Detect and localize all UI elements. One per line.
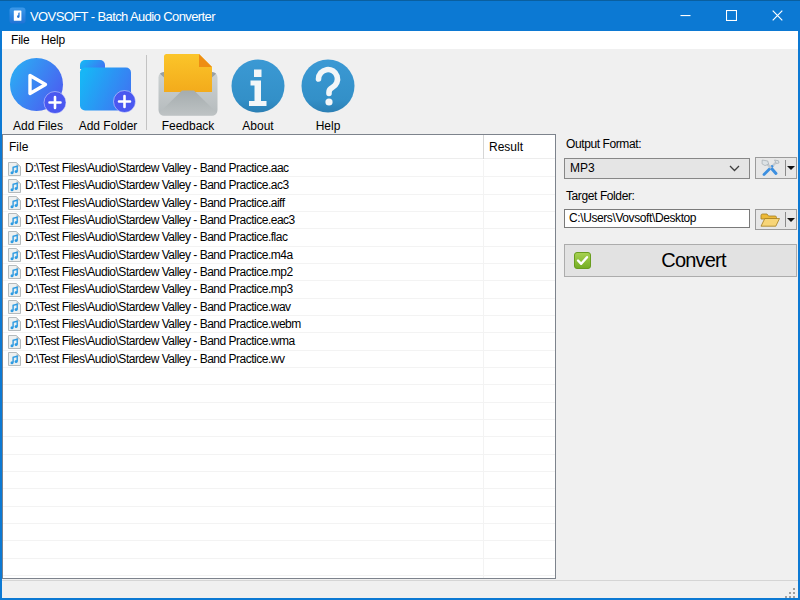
- empty-row: [3, 368, 555, 385]
- about-button[interactable]: About: [226, 53, 290, 133]
- close-icon: [772, 10, 783, 21]
- target-folder-input[interactable]: C:\Users\Vovsoft\Desktop: [564, 209, 750, 228]
- column-header-file[interactable]: File: [9, 135, 28, 159]
- help-question-icon: [301, 59, 355, 113]
- empty-row: [3, 559, 555, 576]
- audio-file-icon: [8, 196, 21, 210]
- audio-file-icon: [8, 265, 21, 279]
- table-row[interactable]: D:\Test Files\Audio\Stardew Valley - Ban…: [3, 264, 555, 281]
- output-format-label: Output Format:: [566, 137, 641, 151]
- table-row[interactable]: D:\Test Files\Audio\Stardew Valley - Ban…: [3, 351, 555, 368]
- table-row[interactable]: D:\Test Files\Audio\Stardew Valley - Ban…: [3, 229, 555, 246]
- feedback-button[interactable]: Feedback: [156, 53, 220, 133]
- maximize-button[interactable]: [708, 0, 754, 31]
- table-row[interactable]: D:\Test Files\Audio\Stardew Valley - Ban…: [3, 316, 555, 333]
- empty-row: [3, 420, 555, 437]
- browse-folder-button[interactable]: [755, 209, 797, 230]
- about-label: About: [226, 119, 290, 133]
- window-title: VOVSOFT - Batch Audio Converter: [30, 1, 215, 32]
- minimize-button[interactable]: [662, 0, 708, 31]
- window-border-left: [0, 31, 2, 600]
- empty-row: [3, 524, 555, 541]
- table-row[interactable]: D:\Test Files\Audio\Stardew Valley - Ban…: [3, 177, 555, 194]
- table-row[interactable]: D:\Test Files\Audio\Stardew Valley - Ban…: [3, 160, 555, 177]
- audio-file-icon: [8, 248, 21, 262]
- dropdown-arrow-icon: [787, 218, 795, 222]
- help-button[interactable]: Help: [296, 53, 360, 133]
- button-separator: [785, 160, 786, 176]
- table-row[interactable]: D:\Test Files\Audio\Stardew Valley - Ban…: [3, 281, 555, 298]
- file-list-header: File Result: [3, 135, 555, 159]
- dropdown-arrow-icon: [787, 166, 795, 170]
- menu-help[interactable]: Help: [34, 31, 72, 49]
- table-row[interactable]: D:\Test Files\Audio\Stardew Valley - Ban…: [3, 333, 555, 350]
- app-icon: [9, 7, 26, 24]
- audio-file-icon: [8, 179, 21, 193]
- table-row[interactable]: D:\Test Files\Audio\Stardew Valley - Ban…: [3, 212, 555, 229]
- help-label: Help: [296, 119, 360, 133]
- empty-row: [3, 455, 555, 472]
- toolbar: Add Files Add Folder: [2, 49, 798, 134]
- minimize-icon: [680, 10, 691, 21]
- empty-row: [3, 437, 555, 454]
- target-folder-label: Target Folder:: [566, 189, 634, 203]
- open-folder-icon: [760, 212, 780, 228]
- output-format-value: MP3: [570, 159, 595, 178]
- maximize-icon: [726, 10, 737, 21]
- add-folder-label: Add Folder: [75, 119, 141, 133]
- audio-file-icon: [8, 231, 21, 245]
- audio-file-icon: [8, 162, 21, 176]
- add-files-label: Add Files: [6, 119, 70, 133]
- file-list: File Result D:\Test Files\Audio\Stardew …: [2, 134, 556, 579]
- format-settings-button[interactable]: [755, 157, 797, 179]
- column-header-result[interactable]: Result: [489, 135, 523, 159]
- toolbar-separator: [146, 55, 147, 130]
- column-grid-line: [483, 160, 484, 578]
- audio-file-icon: [8, 335, 21, 349]
- add-folder-icon: [78, 57, 138, 114]
- empty-row: [3, 489, 555, 506]
- table-row[interactable]: D:\Test Files\Audio\Stardew Valley - Ban…: [3, 195, 555, 212]
- chevron-down-icon: [729, 165, 740, 172]
- app-window: VOVSOFT - Batch Audio Converter File Hel…: [0, 0, 800, 600]
- menu-file[interactable]: File: [4, 31, 37, 49]
- table-row[interactable]: D:\Test Files\Audio\Stardew Valley - Ban…: [3, 247, 555, 264]
- table-row[interactable]: D:\Test Files\Audio\Stardew Valley - Ban…: [3, 299, 555, 316]
- output-format-select[interactable]: MP3: [564, 158, 750, 179]
- add-folder-button[interactable]: Add Folder: [75, 53, 141, 133]
- audio-file-icon: [8, 317, 21, 331]
- audio-file-icon: [8, 352, 21, 366]
- green-checkbox-icon: [574, 252, 591, 269]
- audio-file-icon: [8, 300, 21, 314]
- file-list-rows: D:\Test Files\Audio\Stardew Valley - Ban…: [3, 160, 555, 578]
- empty-row: [3, 403, 555, 420]
- audio-file-icon: [8, 213, 21, 227]
- add-files-icon: [10, 57, 67, 114]
- button-separator: [785, 212, 786, 227]
- empty-row: [3, 541, 555, 558]
- settings-panel: Output Format: MP3 Target Folder: C:\Use…: [557, 134, 798, 580]
- convert-label: Convert: [591, 245, 796, 276]
- empty-row: [3, 472, 555, 489]
- about-info-icon: [231, 59, 285, 113]
- add-files-button[interactable]: Add Files: [6, 53, 70, 133]
- target-folder-value: C:\Users\Vovsoft\Desktop: [569, 210, 696, 227]
- close-button[interactable]: [754, 0, 800, 31]
- feedback-label: Feedback: [156, 119, 220, 133]
- column-divider[interactable]: [483, 135, 484, 159]
- empty-row: [3, 576, 555, 578]
- audio-file-icon: [8, 283, 21, 297]
- empty-row: [3, 385, 555, 402]
- status-bar: [2, 580, 798, 598]
- empty-row: [3, 507, 555, 524]
- title-bar[interactable]: VOVSOFT - Batch Audio Converter: [0, 0, 800, 31]
- tools-icon: [760, 159, 780, 177]
- convert-button[interactable]: Convert: [564, 244, 797, 277]
- menu-bar: File Help: [2, 31, 798, 49]
- feedback-envelope-icon: [158, 54, 218, 116]
